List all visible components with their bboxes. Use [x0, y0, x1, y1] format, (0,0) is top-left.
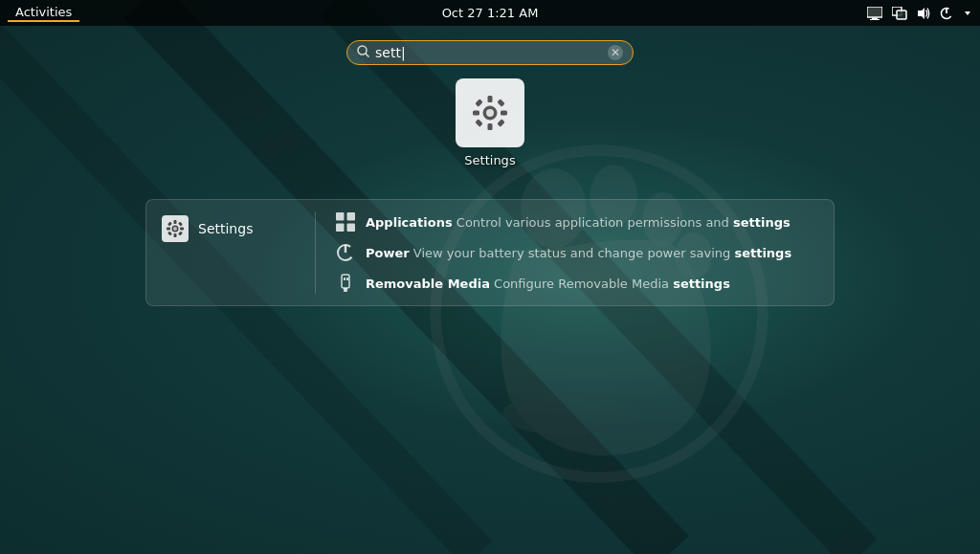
- svg-rect-50: [346, 277, 348, 280]
- svg-rect-48: [344, 288, 347, 292]
- svg-rect-25: [473, 111, 479, 116]
- svg-line-20: [366, 54, 369, 57]
- svg-rect-24: [488, 123, 493, 130]
- applications-icon: [335, 211, 356, 233]
- svg-marker-18: [965, 11, 970, 15]
- svg-rect-39: [167, 232, 172, 236]
- results-left-label: Settings: [198, 221, 253, 236]
- svg-rect-41: [336, 212, 345, 221]
- svg-rect-30: [497, 119, 504, 126]
- svg-point-22: [486, 109, 494, 117]
- svg-point-32: [173, 227, 177, 231]
- svg-rect-37: [167, 222, 172, 227]
- svg-rect-42: [347, 212, 356, 221]
- search-bar[interactable]: sett| ✕: [346, 40, 634, 65]
- svg-rect-11: [872, 17, 878, 19]
- svg-rect-33: [174, 220, 177, 224]
- settings-app-icon[interactable]: [456, 78, 524, 147]
- result-power[interactable]: Power View your battery status and chang…: [335, 242, 818, 263]
- screen-icon[interactable]: [867, 7, 882, 20]
- result-removable-media-text: Removable Media Configure Removable Medi…: [366, 277, 730, 291]
- svg-rect-12: [870, 19, 880, 20]
- results-right: Applications Control various application…: [335, 211, 818, 294]
- svg-rect-34: [174, 233, 177, 237]
- gnome-watermark: [417, 132, 781, 496]
- search-icon: [357, 45, 369, 60]
- search-input[interactable]: sett|: [375, 45, 602, 60]
- svg-marker-15: [918, 8, 924, 19]
- removable-media-icon: [335, 273, 356, 294]
- result-applications[interactable]: Applications Control various application…: [335, 211, 818, 233]
- result-removable-media[interactable]: Removable Media Configure Removable Medi…: [335, 273, 818, 294]
- svg-rect-10: [868, 8, 881, 16]
- system-menu-arrow[interactable]: [963, 9, 972, 18]
- results-panel: Settings Applications Control various ap…: [145, 199, 835, 306]
- app-icon-area: Settings: [456, 78, 524, 167]
- topbar-right-icons: [867, 7, 972, 20]
- power-result-icon: [335, 242, 356, 263]
- svg-rect-38: [178, 222, 183, 227]
- results-settings-icon: [162, 215, 189, 242]
- svg-rect-47: [342, 275, 349, 288]
- search-container: sett| ✕: [346, 40, 634, 65]
- clock: Oct 27 1:21 AM: [442, 6, 539, 20]
- search-clear-button[interactable]: ✕: [608, 45, 623, 60]
- result-applications-text: Applications Control various application…: [366, 215, 791, 230]
- svg-rect-28: [497, 99, 504, 106]
- results-divider: [315, 211, 316, 294]
- svg-rect-43: [336, 224, 345, 233]
- svg-rect-27: [475, 99, 482, 106]
- svg-rect-35: [167, 228, 170, 231]
- svg-rect-26: [501, 111, 507, 116]
- svg-point-19: [358, 46, 367, 55]
- app-icon-label: Settings: [464, 153, 515, 167]
- svg-point-8: [502, 391, 630, 435]
- volume-icon[interactable]: [917, 7, 930, 20]
- activities-button[interactable]: Activities: [8, 5, 79, 22]
- svg-rect-14: [897, 11, 906, 19]
- window-icon[interactable]: [892, 7, 907, 20]
- svg-rect-40: [178, 232, 183, 236]
- svg-rect-44: [347, 224, 356, 233]
- result-power-text: Power View your battery status and chang…: [366, 246, 791, 260]
- svg-rect-29: [475, 119, 482, 126]
- power-icon[interactable]: [940, 7, 953, 20]
- svg-rect-49: [344, 277, 345, 280]
- results-left: Settings: [162, 211, 296, 242]
- svg-rect-23: [488, 96, 493, 102]
- topbar: Activities Oct 27 1:21 AM: [0, 0, 980, 26]
- svg-rect-36: [180, 228, 184, 231]
